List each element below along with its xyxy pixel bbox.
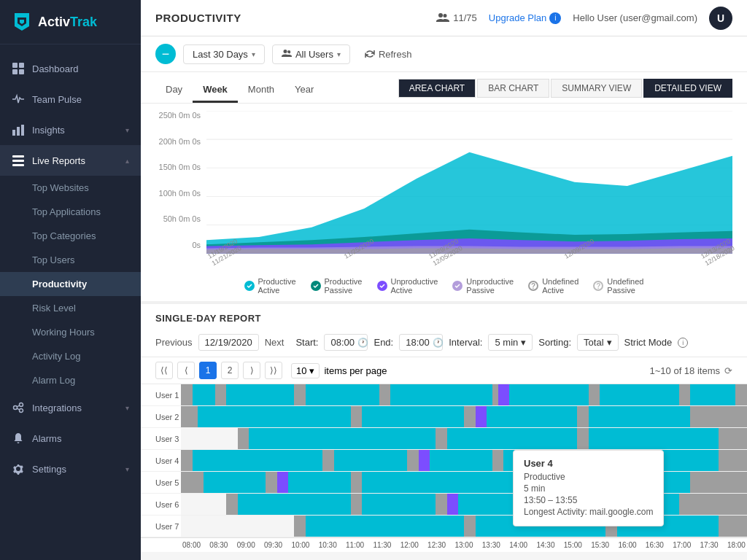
filters-bar: − Last 30 Days ▾ All Users ▾ Refresh: [141, 36, 747, 72]
end-time-input[interactable]: 18:00 🕐: [399, 334, 443, 351]
legend-label-unproductive-active: UnproductiveActive: [391, 277, 438, 295]
chevron-down-icon-3: ▾: [125, 465, 129, 473]
chart-legend: ProductiveActive ProductivePassive Unpro…: [155, 271, 732, 298]
report-controls: Previous 12/19/2020 Next Start: 08:00 🕐 …: [141, 330, 747, 357]
svg-line-16: [18, 405, 20, 407]
tab-summary-view[interactable]: SUMMARY VIEW: [551, 79, 642, 98]
gantt-user1-bars[interactable]: [181, 384, 747, 405]
users-filter-icon: [282, 50, 292, 58]
next-label: Next: [265, 337, 285, 348]
y-label-0: 0s: [155, 241, 206, 249]
gantt-row-user2: User 2: [141, 406, 747, 428]
svg-point-14: [20, 403, 23, 407]
time-11-00: 11:00: [346, 541, 364, 549]
legend-label-unproductive-passive: UnproductivePassive: [466, 277, 514, 295]
time-08-30: 08:30: [209, 541, 228, 549]
interval-value: 5 min: [495, 337, 518, 348]
gantt-user1-label: User 1: [141, 391, 181, 400]
user-avatar[interactable]: U: [709, 7, 732, 30]
x-axis-labels: 11/19/202011/21/2020 11/25/2020 11/29/20…: [206, 251, 732, 271]
single-day-title: SINGLE-DAY REPORT: [155, 313, 261, 324]
y-label-5: 250h 0m 0s: [155, 111, 206, 120]
tab-area-chart[interactable]: AREA CHART: [398, 79, 476, 98]
sidebar-item-integrations[interactable]: Integrations ▾: [0, 392, 141, 423]
svg-point-15: [20, 409, 23, 413]
x-label-6: [648, 254, 657, 269]
users-filter-value: All Users: [295, 49, 333, 60]
sidebar-item-dashboard[interactable]: Dashboard: [0, 53, 141, 84]
bar-icon: [12, 123, 25, 136]
pagination-page-2[interactable]: 2: [221, 362, 239, 379]
pagination-next-button[interactable]: ⟩: [243, 362, 260, 379]
page-title: PRODUCTIVITY: [155, 12, 241, 24]
svg-rect-5: [12, 69, 18, 74]
sidebar-item-insights[interactable]: Insights ▾: [0, 114, 141, 145]
date-range-filter[interactable]: Last 30 Days ▾: [183, 44, 265, 64]
y-label-4: 200h 0m 0s: [155, 137, 206, 146]
logo-icon: [12, 12, 32, 32]
sidebar-item-live-reports-label: Live Reports: [32, 155, 118, 166]
upgrade-label: Upgrade Plan: [489, 12, 547, 23]
logo-text: ActivTrak: [38, 15, 97, 30]
svg-rect-11: [12, 160, 24, 162]
gantt-user2-bars[interactable]: [181, 406, 747, 427]
legend-dot-unproductive-passive: [452, 281, 462, 291]
sidebar-item-settings[interactable]: Settings ▾: [0, 454, 141, 484]
sorting-select[interactable]: Total ▾: [577, 334, 618, 351]
pagination-page-1[interactable]: 1: [199, 362, 217, 379]
tab-month[interactable]: Month: [238, 78, 285, 103]
time-15-00: 15:00: [564, 541, 582, 549]
main-content: PRODUCTIVITY 11/75 Upgrade Plan i Hello …: [141, 0, 747, 560]
pagination-bar: ⟨⟨ ⟨ 1 2 ⟩ ⟩⟩ 10 ▾ items per page 1~10 o…: [141, 357, 747, 384]
legend-dot-productive-active: [244, 281, 255, 291]
end-time-value: 18:00: [406, 337, 430, 348]
strict-mode-info-icon[interactable]: i: [678, 338, 688, 348]
refresh-small-icon[interactable]: ⟳: [724, 365, 732, 376]
collapse-button[interactable]: −: [155, 44, 176, 64]
tooltip-longest-value: mail.google.com: [589, 507, 653, 517]
time-10-00: 10:00: [291, 541, 309, 549]
sidebar-subitem-alarm-log[interactable]: Alarm Log: [0, 368, 141, 392]
per-page-chevron: ▾: [309, 365, 314, 376]
sidebar-subitem-top-users[interactable]: Top Users: [0, 248, 141, 272]
sidebar-subitem-top-websites[interactable]: Top Websites: [0, 176, 141, 200]
date-picker[interactable]: 12/19/2020: [198, 334, 259, 351]
gantt-user3-bars[interactable]: [181, 428, 747, 449]
tab-detailed-view[interactable]: DETAILED VIEW: [643, 79, 732, 98]
chevron-up-icon: ▴: [125, 157, 129, 165]
legend-dot-undefined-active: ?: [528, 281, 538, 291]
pagination-prev-button[interactable]: ⟨: [177, 362, 195, 379]
tab-year[interactable]: Year: [285, 78, 324, 103]
tab-bar-chart[interactable]: BAR CHART: [477, 79, 549, 98]
chart-type-tabs: AREA CHART BAR CHART SUMMARY VIEW DETAIL…: [398, 79, 732, 98]
legend-undefined-passive: ? UndefinedPassive: [593, 277, 643, 295]
time-15-30: 15:30: [591, 541, 609, 549]
sidebar-subitem-top-applications[interactable]: Top Applications: [0, 200, 141, 224]
start-time-input[interactable]: 08:00 🕐: [324, 334, 368, 351]
user-count: 11/75: [436, 12, 477, 23]
tab-day[interactable]: Day: [155, 78, 193, 103]
upgrade-info-icon: i: [549, 12, 561, 24]
time-16-30: 16:30: [646, 541, 664, 549]
sidebar-subitem-activity-log[interactable]: Activity Log: [0, 344, 141, 368]
pagination-first-button[interactable]: ⟨⟨: [155, 362, 173, 379]
upgrade-plan-button[interactable]: Upgrade Plan i: [489, 12, 562, 24]
svg-rect-10: [12, 155, 24, 158]
sidebar-item-team-pulse[interactable]: Team Pulse: [0, 84, 141, 114]
refresh-button[interactable]: Refresh: [357, 45, 419, 63]
interval-select[interactable]: 5 min ▾: [488, 334, 533, 351]
sidebar-subitem-risk-level[interactable]: Risk Level: [0, 296, 141, 320]
pagination-last-button[interactable]: ⟩⟩: [265, 362, 282, 379]
gantt-time-footer: 08:00 08:30 09:00 09:30 10:00 10:30 11:0…: [141, 537, 747, 552]
sidebar-item-live-reports[interactable]: Live Reports ▴: [0, 145, 141, 176]
sidebar-subitem-working-hours[interactable]: Working Hours: [0, 320, 141, 344]
pulse-icon: [12, 93, 25, 106]
users-filter[interactable]: All Users ▾: [272, 44, 350, 64]
tab-week[interactable]: Week: [193, 78, 238, 103]
gantt-user7-label: User 7: [141, 522, 181, 531]
sidebar-subitem-productivity[interactable]: Productivity: [0, 272, 141, 296]
sidebar-subitem-top-categories[interactable]: Top Categories: [0, 224, 141, 248]
per-page-select[interactable]: 10 ▾: [291, 363, 320, 378]
sidebar-item-alarms[interactable]: Alarms: [0, 423, 141, 454]
svg-rect-12: [12, 164, 24, 166]
